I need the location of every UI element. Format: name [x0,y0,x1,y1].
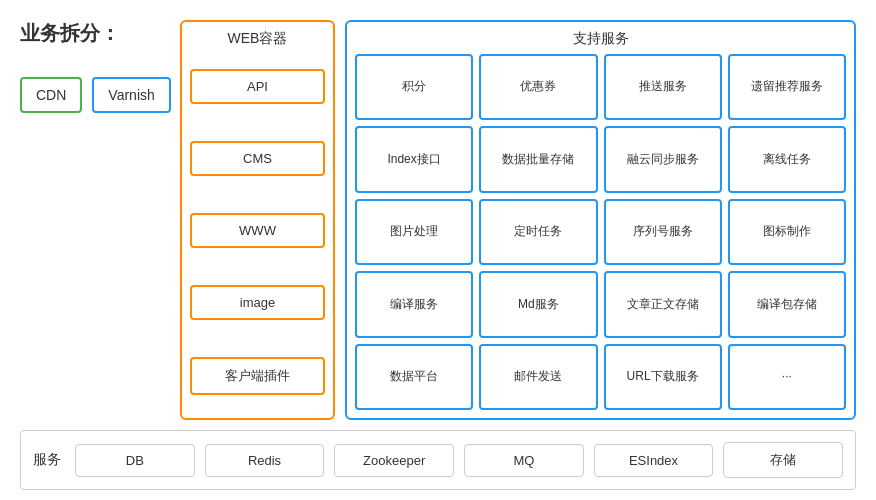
web-items: APICMSWWWimage客户端插件 [190,54,325,410]
support-item: 数据平台 [355,344,473,410]
support-item: URL下载服务 [604,344,722,410]
varnish-box: Varnish [92,77,170,113]
support-item: ··· [728,344,846,410]
support-panel: 支持服务 积分优惠券推送服务遗留推荐服务Index接口数据批量存储融云同步服务离… [345,20,856,420]
support-item: 图标制作 [728,199,846,265]
service-item: 存储 [723,442,843,478]
support-item: 推送服务 [604,54,722,120]
support-title: 支持服务 [355,30,846,48]
support-item: 图片处理 [355,199,473,265]
main-container: 业务拆分： CDN Varnish WEB容器 APICMSWWWimage客户… [0,0,876,500]
cdn-box: CDN [20,77,82,113]
support-item: 优惠券 [479,54,597,120]
support-item: 融云同步服务 [604,126,722,192]
support-item: 邮件发送 [479,344,597,410]
support-item: Index接口 [355,126,473,192]
business-title: 业务拆分： [20,20,170,47]
web-item: CMS [190,141,325,176]
service-item: Zookeeper [334,444,454,477]
web-container-title: WEB容器 [190,30,325,48]
support-item: Md服务 [479,271,597,337]
web-container-panel: WEB容器 APICMSWWWimage客户端插件 [180,20,335,420]
support-item: 数据批量存储 [479,126,597,192]
support-item: 编译服务 [355,271,473,337]
service-label: 服务 [33,451,61,469]
service-item: ESIndex [594,444,714,477]
web-item: WWW [190,213,325,248]
support-item: 定时任务 [479,199,597,265]
support-grid: 积分优惠券推送服务遗留推荐服务Index接口数据批量存储融云同步服务离线任务图片… [355,54,846,410]
left-panel: 业务拆分： CDN Varnish [20,20,180,420]
service-item: DB [75,444,195,477]
service-item: MQ [464,444,584,477]
web-item: API [190,69,325,104]
web-item: image [190,285,325,320]
support-item: 离线任务 [728,126,846,192]
service-item: Redis [205,444,325,477]
support-item: 积分 [355,54,473,120]
support-item: 序列号服务 [604,199,722,265]
bottom-section: 服务 DBRedisZookeeperMQESIndex存储 [20,430,856,490]
top-section: 业务拆分： CDN Varnish WEB容器 APICMSWWWimage客户… [20,20,856,420]
support-item: 编译包存储 [728,271,846,337]
support-item: 遗留推荐服务 [728,54,846,120]
web-item: 客户端插件 [190,357,325,395]
support-item: 文章正文存储 [604,271,722,337]
cdn-varnish-row: CDN Varnish [20,77,170,113]
